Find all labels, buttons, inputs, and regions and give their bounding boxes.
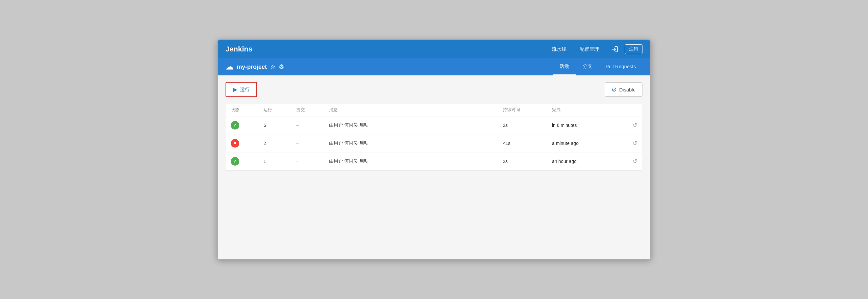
run-number[interactable]: 6: [264, 123, 296, 128]
duration: 2s: [503, 123, 552, 128]
brand-logo: Jenkins: [225, 45, 252, 54]
replay-button[interactable]: ↺: [618, 140, 637, 147]
login-icon-button[interactable]: [607, 43, 622, 55]
complete-time: a minute ago: [552, 141, 618, 146]
disable-label: Disable: [619, 87, 636, 92]
nav-config[interactable]: 配置管理: [574, 43, 604, 55]
cloud-icon: ☁: [225, 62, 234, 71]
build-message: 由用户 何同昊 启动: [329, 122, 503, 128]
header-actions: [618, 107, 637, 113]
tab-pull-requests[interactable]: Pull Requests: [599, 58, 643, 76]
table-row: ✓ 6 – 由用户 何同昊 启动 2s in 6 minutes ↺: [225, 116, 643, 134]
header-duration: 持续时间: [503, 107, 552, 113]
table-row: ✕ 2 – 由用户 何同昊 启动 <1s a minute ago ↺: [225, 134, 643, 152]
build-message: 由用户 何同昊 启动: [329, 140, 503, 146]
run-number[interactable]: 2: [264, 141, 296, 146]
tab-activity[interactable]: 活动: [553, 58, 576, 76]
logout-button[interactable]: 注销: [625, 44, 643, 54]
action-bar: ▶ 运行 ⊘ Disable: [225, 82, 643, 97]
main-content: ▶ 运行 ⊘ Disable 状态 运行 提交 消息 持续时间 完成: [218, 76, 650, 259]
run-label: 运行: [240, 87, 250, 93]
complete-time: in 6 minutes: [552, 123, 618, 128]
login-icon: [611, 46, 618, 53]
status-cell: ✓: [231, 157, 264, 166]
play-icon: ▶: [233, 86, 237, 93]
header-commit: 提交: [296, 107, 329, 113]
status-failure-icon: ✕: [231, 139, 239, 148]
header-complete: 完成: [552, 107, 618, 113]
header-status: 状态: [231, 107, 264, 113]
star-icon[interactable]: ☆: [270, 63, 275, 70]
commit-hash: –: [296, 123, 329, 128]
complete-time: an hour ago: [552, 159, 618, 164]
disable-icon: ⊘: [612, 86, 617, 93]
header-message: 消息: [329, 107, 503, 113]
table-row: ✓ 1 – 由用户 何同昊 启动 2s an hour ago ↺: [225, 152, 643, 170]
app-window: Jenkins 流水线 配置管理 注销 ☁ my-project ☆ ⚙ 活动 …: [217, 39, 651, 260]
sub-navbar: ☁ my-project ☆ ⚙ 活动 分支 Pull Requests: [218, 58, 650, 76]
sub-tabs: 活动 分支 Pull Requests: [553, 58, 643, 76]
replay-button[interactable]: ↺: [618, 122, 637, 129]
top-nav-links: 流水线 配置管理 注销: [547, 43, 643, 55]
duration: 2s: [503, 159, 552, 164]
builds-table: 状态 运行 提交 消息 持续时间 完成 ✓ 6 – 由用户 何同昊 启动 2s …: [225, 103, 643, 170]
project-name: my-project: [237, 64, 267, 70]
status-success-icon: ✓: [231, 157, 239, 166]
settings-icon[interactable]: ⚙: [279, 63, 284, 70]
status-cell: ✕: [231, 139, 264, 148]
replay-button[interactable]: ↺: [618, 158, 637, 165]
project-info: ☁ my-project ☆ ⚙: [225, 62, 284, 71]
disable-button[interactable]: ⊘ Disable: [605, 82, 643, 97]
tab-branches[interactable]: 分支: [576, 58, 599, 76]
header-run: 运行: [264, 107, 296, 113]
status-cell: ✓: [231, 121, 264, 129]
duration: <1s: [503, 141, 552, 146]
run-button[interactable]: ▶ 运行: [225, 82, 257, 97]
run-number[interactable]: 1: [264, 159, 296, 164]
commit-hash: –: [296, 159, 329, 164]
build-message: 由用户 何同昊 启动: [329, 158, 503, 164]
status-success-icon: ✓: [231, 121, 239, 129]
top-navbar: Jenkins 流水线 配置管理 注销: [218, 40, 650, 58]
table-header: 状态 运行 提交 消息 持续时间 完成: [225, 103, 643, 116]
nav-pipeline[interactable]: 流水线: [547, 43, 572, 55]
commit-hash: –: [296, 141, 329, 146]
